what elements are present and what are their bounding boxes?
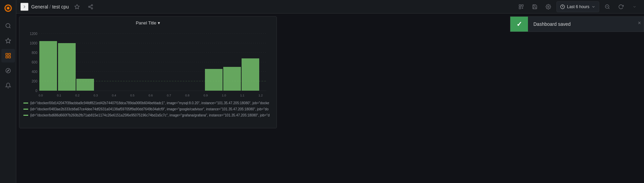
svg-text:0.9: 0.9: [204, 94, 208, 97]
breadcrumb: General / test cpu: [31, 4, 69, 10]
panel-header: Panel Title ▾: [19, 17, 277, 29]
svg-rect-5: [6, 53, 7, 55]
breadcrumb-separator: /: [50, 4, 51, 10]
legend-color-swatch: [23, 115, 28, 116]
panel-title-text: Panel Title: [136, 20, 156, 25]
sidebar-item-search[interactable]: [1, 19, 15, 33]
svg-rect-8: [8, 56, 10, 58]
time-range-label: Last 6 hours: [567, 4, 589, 9]
panel-title-chevron: ▾: [158, 20, 160, 25]
svg-rect-60: [242, 58, 259, 91]
svg-text:0.2: 0.2: [75, 94, 80, 97]
dashboard-settings-button[interactable]: [543, 1, 554, 12]
chart-container: 0 200 400 600 800 1000 1200 0.0 0.1 0.2 …: [22, 30, 273, 115]
svg-marker-11: [75, 4, 79, 9]
svg-text:1000: 1000: [30, 41, 38, 45]
toast-notification: ✓ Dashboard saved ×: [510, 16, 644, 32]
toast-close-button[interactable]: ×: [635, 17, 644, 32]
svg-text:0.0: 0.0: [39, 94, 43, 97]
svg-point-1: [7, 7, 9, 10]
refresh-interval-dropdown[interactable]: [629, 1, 640, 12]
svg-point-12: [91, 4, 93, 6]
app-logo[interactable]: [3, 3, 14, 14]
svg-text:0.4: 0.4: [112, 94, 116, 97]
time-range-picker[interactable]: Last 6 hours: [556, 1, 599, 12]
sidebar-item-explore[interactable]: [1, 64, 15, 77]
svg-rect-7: [6, 56, 7, 58]
breadcrumb-parent[interactable]: General: [31, 4, 48, 10]
star-dashboard-button[interactable]: [72, 1, 82, 12]
chart-svg: 0 200 400 600 800 1000 1200 0.0 0.1 0.2 …: [22, 30, 273, 98]
svg-point-9: [6, 68, 11, 73]
sidebar-toggle-button[interactable]: [20, 3, 29, 11]
svg-text:0.3: 0.3: [94, 94, 98, 97]
legend-text: {id="/docker/bd686d660f7b260b2fb71ab815e…: [30, 113, 269, 118]
svg-text:0.1: 0.1: [57, 94, 61, 97]
panel: Panel Title ▾ 0: [19, 16, 277, 128]
svg-point-13: [89, 6, 90, 7]
sidebar-item-alerting[interactable]: [1, 79, 15, 92]
panel-title[interactable]: Panel Title ▾: [136, 20, 160, 25]
svg-text:400: 400: [32, 70, 37, 74]
svg-text:0.8: 0.8: [185, 94, 190, 97]
legend-color-swatch: [23, 109, 28, 110]
svg-point-14: [91, 7, 93, 9]
share-dashboard-button[interactable]: [85, 1, 96, 12]
svg-rect-19: [519, 7, 521, 9]
toast-success-icon-area: ✓: [510, 17, 528, 32]
svg-line-15: [90, 7, 91, 8]
svg-point-22: [548, 6, 549, 7]
svg-point-2: [6, 23, 10, 28]
svg-marker-10: [7, 70, 9, 72]
svg-rect-59: [223, 67, 241, 91]
svg-text:600: 600: [32, 60, 37, 64]
zoom-out-button[interactable]: [602, 1, 613, 12]
legend-item[interactable]: {id="/docker/bd686d660f7b260b2fb71ab815e…: [23, 113, 273, 118]
panel-body: 0 200 400 600 800 1000 1200 0.0 0.1 0.2 …: [19, 29, 277, 118]
svg-marker-4: [5, 38, 11, 43]
svg-text:0: 0: [35, 89, 37, 93]
sidebar-item-dashboards[interactable]: [1, 49, 15, 62]
sidebar-item-starred[interactable]: [1, 34, 15, 48]
breadcrumb-current[interactable]: test cpu: [52, 4, 69, 10]
svg-text:0.7: 0.7: [167, 94, 171, 97]
svg-line-25: [608, 8, 609, 9]
check-icon: ✓: [516, 20, 522, 28]
save-dashboard-button[interactable]: [529, 1, 540, 12]
chart-legend: {id="/docker/00d142047f39acbba9c94fdf821…: [22, 100, 273, 118]
topbar: General / test cpu: [16, 0, 644, 14]
svg-rect-57: [76, 79, 94, 91]
svg-rect-55: [39, 41, 57, 91]
svg-rect-18: [522, 5, 523, 6]
legend-item[interactable]: {id="/docker/00d142047f39acbba9c94fdf821…: [23, 100, 273, 106]
toast-message: Dashboard saved: [528, 17, 635, 32]
svg-rect-58: [205, 69, 223, 91]
svg-text:200: 200: [32, 79, 37, 83]
svg-rect-17: [519, 5, 521, 6]
refresh-button[interactable]: [615, 1, 626, 12]
legend-color-swatch: [23, 103, 28, 104]
legend-item[interactable]: {id="/docker/0483ae2b333cb8a67ce4dee74df…: [23, 107, 273, 112]
svg-text:1.0: 1.0: [222, 94, 226, 97]
add-panel-button[interactable]: [516, 1, 527, 12]
svg-line-16: [90, 5, 91, 6]
svg-text:0.5: 0.5: [130, 94, 135, 97]
sidebar: [0, 0, 16, 183]
legend-text: {id="/docker/0483ae2b333cb8a67ce4dee74df…: [30, 107, 268, 112]
svg-text:1200: 1200: [30, 32, 38, 36]
svg-rect-56: [58, 43, 76, 91]
svg-rect-6: [8, 53, 10, 55]
legend-text: {id="/docker/00d142047f39acbba9c94fdf821…: [30, 100, 269, 106]
svg-text:0.6: 0.6: [149, 94, 153, 97]
svg-text:1.1: 1.1: [240, 94, 245, 97]
svg-text:1.2: 1.2: [259, 94, 263, 97]
topbar-actions: Last 6 hours: [516, 1, 640, 12]
svg-line-3: [9, 27, 10, 28]
main-content: Panel Title ▾ 0: [16, 14, 644, 183]
svg-text:800: 800: [32, 51, 37, 55]
